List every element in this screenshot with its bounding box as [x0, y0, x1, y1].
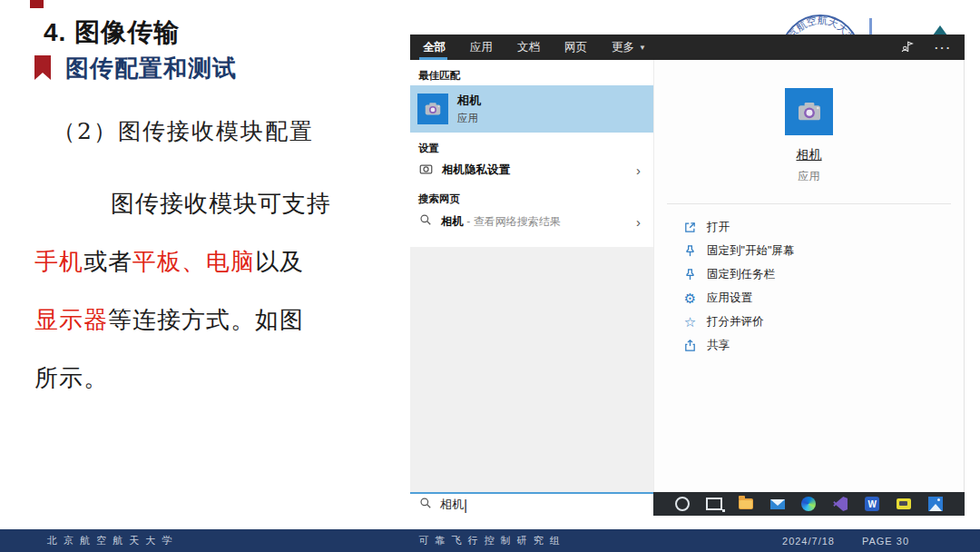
yellow-app-icon[interactable]: [896, 496, 912, 512]
app-actions-list: 打开 固定到"开始"屏幕: [654, 215, 964, 357]
result-title: 相机: [457, 93, 481, 109]
best-match-result-camera[interactable]: 相机 应用: [410, 85, 653, 133]
chevron-right-icon: ›: [636, 163, 641, 177]
footer-university: 北 京 航 空 航 天 大 学: [47, 534, 173, 547]
search-results-panel: 最佳匹配 相机 应用 设置: [410, 60, 654, 492]
slide-footer: 北 京 航 空 航 天 大 学 可 靠 飞 行 控 制 研 究 组 2024/7…: [0, 529, 980, 552]
top-red-marker: [30, 0, 44, 8]
footer-group: 可 靠 飞 行 控 制 研 究 组: [418, 534, 561, 547]
search-icon: [419, 213, 432, 230]
app-type-label: 应用: [799, 169, 820, 184]
app-name-link[interactable]: 相机: [797, 147, 822, 163]
tab-all[interactable]: 全部: [423, 34, 446, 60]
visual-studio-icon[interactable]: [832, 496, 848, 512]
results-empty-area: [410, 247, 653, 492]
search-filter-bar: 全部 应用 文档 网页 更多▼ ···: [410, 34, 965, 60]
body-line: 所示。: [34, 349, 397, 407]
slide-heading: （2）图传接收模块配置: [53, 116, 314, 146]
pin-icon: [682, 243, 698, 259]
camera-app-icon: [417, 94, 448, 124]
slide-body-text: 图传接收模块可支持 手机或者平板、电脑以及 显示器等连接方式。如图 所示。: [34, 174, 397, 407]
logo-mark-line: [869, 18, 872, 35]
action-rate-review[interactable]: ☆ 打分并评价: [654, 310, 964, 333]
tab-documents[interactable]: 文档: [517, 34, 540, 60]
best-match-section-label: 最佳匹配: [418, 69, 460, 83]
open-icon: [682, 220, 698, 235]
settings-section-label: 设置: [418, 142, 439, 155]
gear-icon: ⚙: [682, 291, 698, 306]
tab-web[interactable]: 网页: [564, 34, 587, 60]
body-line: 手机或者平板、电脑以及: [34, 232, 397, 291]
tab-apps[interactable]: 应用: [470, 34, 493, 60]
action-share[interactable]: 共享: [654, 333, 964, 357]
result-camera-privacy-settings[interactable]: 相机隐私设置 ›: [410, 156, 653, 183]
detail-divider: [667, 203, 951, 204]
slide-subtitle: 图传配置和测试: [65, 53, 237, 84]
slide-section-title: 4. 图像传输: [44, 15, 180, 50]
tab-more[interactable]: 更多▼: [612, 34, 646, 60]
star-icon: ☆: [682, 314, 698, 330]
action-open[interactable]: 打开: [654, 215, 964, 239]
file-explorer-icon[interactable]: [738, 496, 754, 512]
search-input[interactable]: 相机|: [410, 492, 653, 516]
footer-date: 2024/7/18: [782, 536, 835, 547]
action-pin-to-start[interactable]: 固定到"开始"屏幕: [654, 239, 964, 262]
result-camera-web-search[interactable]: 相机 - 查看网络搜索结果 ›: [410, 208, 653, 235]
task-view-icon[interactable]: [706, 496, 722, 512]
body-line: 显示器等连接方式。如图: [34, 291, 397, 349]
footer-page-number: PAGE 30: [862, 536, 909, 547]
mail-icon[interactable]: [769, 496, 786, 512]
cortana-icon[interactable]: [674, 496, 691, 512]
action-app-settings[interactable]: ⚙ 应用设置: [654, 286, 964, 310]
bookmark-icon: [34, 55, 51, 80]
text-caret: |: [464, 498, 467, 514]
feedback-icon[interactable]: [900, 39, 915, 56]
share-icon: [682, 338, 698, 353]
edge-browser-icon[interactable]: [800, 496, 817, 512]
more-options-icon[interactable]: ···: [935, 41, 952, 54]
search-icon: [419, 497, 432, 513]
windows-search-window: 全部 应用 文档 网页 更多▼ ··· 最佳匹配: [410, 34, 965, 516]
taskbar: W: [653, 492, 965, 516]
pin-icon: [682, 267, 698, 282]
search-input-value: 相机: [440, 497, 464, 513]
camera-app-icon-large: [785, 88, 833, 135]
chevron-right-icon: ›: [636, 215, 641, 229]
result-subtitle: 应用: [457, 112, 481, 125]
action-pin-to-taskbar[interactable]: 固定到任务栏: [654, 262, 964, 286]
camera-outline-icon: [419, 162, 433, 179]
web-search-section-label: 搜索网页: [418, 192, 460, 206]
body-line: 图传接收模块可支持: [34, 174, 397, 232]
chevron-down-icon: ▼: [639, 44, 646, 52]
photos-icon[interactable]: [927, 496, 944, 512]
app-detail-panel: 相机 应用 打开: [654, 60, 964, 492]
word-icon[interactable]: W: [864, 496, 880, 512]
